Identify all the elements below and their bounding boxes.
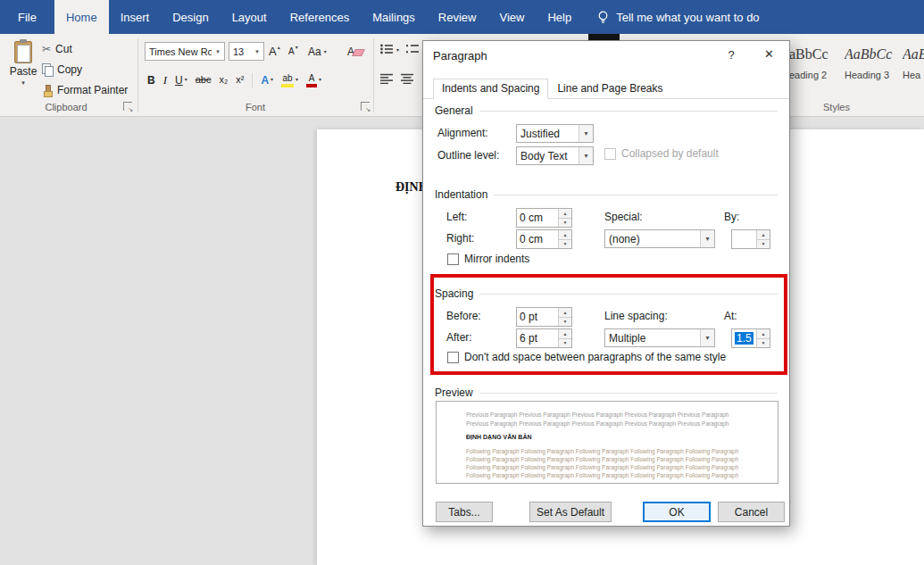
spin-down-icon[interactable]: ▼ [559,318,571,327]
cancel-button[interactable]: Cancel [718,502,785,522]
font-color-button[interactable]: A▾ [303,73,325,88]
tab-layout[interactable]: Layout [221,0,279,34]
clipboard-dialog-launcher[interactable]: ↘ [123,102,132,111]
format-painter-icon [42,85,53,96]
spinner-value: 0 cm [517,209,558,227]
style-heading2[interactable]: aBbCc eading 2 [789,41,841,95]
spacing-before-spinner[interactable]: 0 pt ▲▼ [516,307,572,327]
set-as-default-button[interactable]: Set As Default [529,502,612,522]
font-color-icon: A [306,74,317,87]
line-spacing-at-spinner[interactable]: 1.5 ▲▼ [731,328,770,348]
outline-level-value: Body Text [517,147,579,164]
spin-up-icon[interactable]: ▲ [559,209,571,219]
format-painter-button[interactable]: Format Painter [42,81,128,99]
section-title: General [435,104,473,117]
indent-by-label: By: [724,211,739,223]
caret-down-icon: ▾ [212,43,224,60]
section-rule [479,294,778,295]
shrink-font-button[interactable]: A▾ [288,42,298,61]
indent-right-spinner[interactable]: 0 cm ▲▼ [516,229,572,249]
preview-line: Previous Paragraph Previous Paragraph Pr… [466,411,762,420]
tab-file[interactable]: File [0,0,54,34]
line-spacing-value: Multiple [605,329,700,346]
preview-line: Following Paragraph Following Paragraph … [466,455,762,463]
text-effects-button[interactable]: A▾ [257,73,277,87]
paste-button[interactable]: Paste ▾ [6,38,40,106]
spacing-after-spinner[interactable]: 6 pt ▲▼ [516,328,572,348]
mirror-indents-checkbox[interactable]: Mirror indents [447,253,529,265]
alignment-label: Alignment: [437,127,488,139]
underline-button[interactable]: U▾ [171,73,191,87]
spacing-after-label: After: [446,331,472,344]
style-heading3[interactable]: AaBbCc Heading 3 [845,41,900,95]
font-size-combobox[interactable]: 13 ▾ [229,42,264,61]
section-rule [494,195,778,195]
tab-insert[interactable]: Insert [109,0,162,34]
spin-up-icon[interactable]: ▲ [559,230,571,240]
highlight-button[interactable]: ab▾ [278,73,302,88]
tab-design[interactable]: Design [161,0,220,34]
spin-up-icon[interactable]: ▲ [559,329,571,339]
tabs-button[interactable]: Tabs... [436,502,493,522]
spin-down-icon[interactable]: ▼ [559,339,571,348]
tab-view[interactable]: View [487,0,536,34]
tab-review[interactable]: Review [427,0,488,34]
spin-up-icon[interactable]: ▲ [559,308,571,318]
change-case-button[interactable]: Aa▾ [308,42,327,61]
spin-up-icon[interactable]: ▲ [757,230,770,240]
launcher-arrow-icon: ↘ [365,106,370,112]
font-name-combobox[interactable]: Times New Ro ▾ [145,42,225,61]
style-name: Heading 3 [845,70,900,80]
numbering-button[interactable] [406,44,419,54]
style-partial[interactable]: AaB Hea [903,41,924,95]
caret-down-icon: ▾ [579,125,593,142]
tab-line-and-page-breaks[interactable]: Line and Page Breaks [548,79,671,99]
spinner-value: 0 pt [517,308,558,326]
no-space-same-style-checkbox[interactable]: Don't add space between paragraphs of th… [447,351,726,363]
bullets-button[interactable]: ▾ [380,44,399,54]
spin-down-icon[interactable]: ▼ [559,219,571,228]
dialog-help-button[interactable]: ? [722,46,740,63]
tab-indents-and-spacing[interactable]: Indents and Spacing [433,79,548,99]
line-spacing-dropdown[interactable]: Multiple ▾ [604,328,715,347]
preview-line: Following Paragraph Following Paragraph … [466,471,762,479]
caret-down-icon: ▾ [319,77,321,83]
cut-button[interactable]: ✂ Cut [42,40,72,58]
spin-down-icon[interactable]: ▼ [559,240,571,249]
clear-formatting-button[interactable]: A [347,42,362,61]
grow-font-button[interactable]: A▴ [269,42,280,61]
caret-down-icon: ▾ [579,147,593,164]
checkbox-label: Don't add space between paragraphs of th… [464,351,726,363]
italic-button[interactable]: I [160,72,171,88]
indent-left-spinner[interactable]: 0 cm ▲▼ [516,208,572,228]
superscript-button[interactable]: x² [232,73,247,87]
spinner-arrows: ▲▼ [558,308,571,326]
indent-by-spinner[interactable]: ▲▼ [731,229,770,249]
spin-down-icon[interactable]: ▼ [757,240,770,249]
alignment-dropdown[interactable]: Justified ▾ [516,124,594,143]
align-center-button[interactable] [401,73,413,84]
subscript-button[interactable]: x₂ [215,73,231,87]
font-dialog-launcher[interactable]: ↘ [361,102,370,111]
strikethrough-button[interactable]: abc [192,73,215,87]
preview-line: Following Paragraph Following Paragraph … [466,447,762,455]
align-left-button[interactable] [380,73,393,84]
spinner-value: 1.5 [732,329,756,347]
bold-button[interactable]: B [144,73,159,87]
ok-button[interactable]: OK [643,502,711,522]
tab-references[interactable]: References [279,0,361,34]
tab-mailings[interactable]: Mailings [361,0,427,34]
text-effects-glyph: A [261,74,269,87]
spin-down-icon[interactable]: ▼ [757,339,770,348]
tell-me-box[interactable]: Tell me what you want to do [597,0,759,34]
tab-home[interactable]: Home [54,0,109,34]
style-sample: AaBbCc [845,41,900,68]
dialog-close-button[interactable]: ✕ [749,41,789,67]
special-dropdown[interactable]: (none) ▾ [604,229,715,248]
preview-line: Following Paragraph Following Paragraph … [466,463,762,471]
copy-button[interactable]: Copy [42,61,82,79]
format-painter-label: Format Painter [57,84,128,96]
spin-up-icon[interactable]: ▲ [757,329,770,339]
tab-help[interactable]: Help [536,0,583,34]
outline-level-dropdown[interactable]: Body Text ▾ [516,146,594,165]
